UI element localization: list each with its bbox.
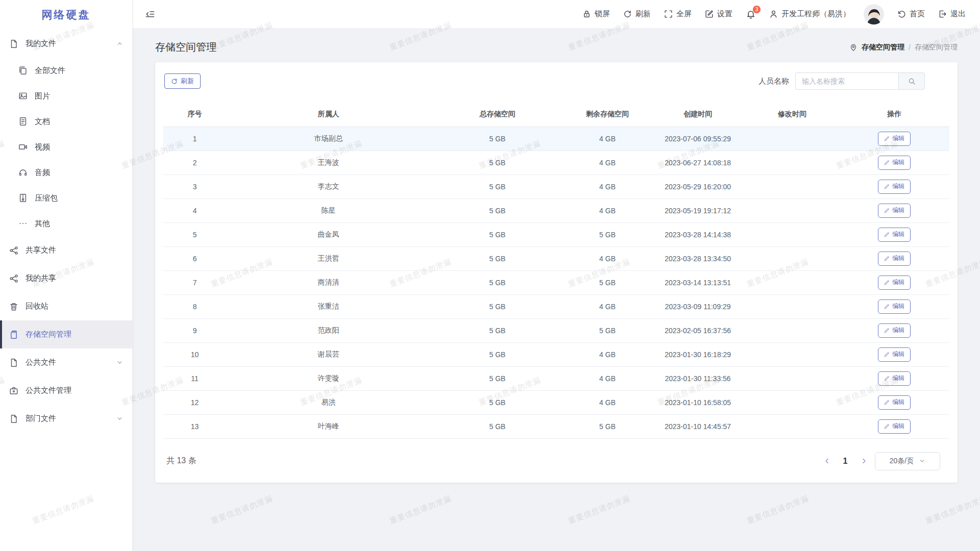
edit-button[interactable]: 编辑 [878,371,911,386]
table-row-3: 3李志文5 GB4 GB2023-05-29 16:20:00编辑 [163,174,949,198]
sidebar-item-department-files[interactable]: 部门文件 [0,405,132,433]
user-icon [769,10,778,18]
page-size-select[interactable]: 20条/页 [875,452,940,470]
main-content: 存储空间管理 存储空间管理 / 存储空间管理 刷新 人员名称 [133,0,980,483]
breadcrumb-current-bold: 存储空间管理 [862,43,904,52]
table-body: 1市场副总5 GB4 GB2023-07-06 09:55:29编辑2王海波5 … [163,127,949,438]
edit-button[interactable]: 编辑 [878,132,911,146]
cell-col-total-space: 5 GB [431,246,565,270]
cell-col-modified-time [745,174,840,198]
next-page-button[interactable] [856,454,871,468]
settings-button[interactable]: 设置 [705,9,732,19]
cell-col-index: 6 [163,246,226,270]
fullscreen-button[interactable]: 全屏 [664,9,692,19]
column-header-col-remaining-space: 剩余存储空间 [564,102,650,127]
edit-button[interactable]: 编辑 [878,204,911,218]
refresh-table-button[interactable]: 刷新 [164,73,201,89]
cell-col-created-time: 2023-05-29 16:20:00 [651,174,745,198]
avatar[interactable] [864,4,884,24]
files-icon [18,66,28,75]
sidebar-item-all-files[interactable]: 全部文件 [0,58,132,83]
column-header-col-actions: 操作 [839,102,949,127]
edit-button[interactable]: 编辑 [878,299,911,314]
cell-col-actions: 编辑 [839,198,949,222]
cell-col-index: 9 [163,318,226,342]
edit-button[interactable]: 编辑 [878,323,911,338]
share-icon [9,274,18,283]
refresh-icon [171,78,178,85]
image-icon [18,91,28,101]
sidebar-item-archives[interactable]: 压缩包 [0,185,132,211]
sidebar-item-my-files[interactable]: 我的文件 [0,30,132,58]
sidebar-item-label: 文档 [35,117,50,127]
table-row-11: 11许雯璇5 GB4 GB2023-01-30 11:33:56编辑 [163,366,949,390]
cell-col-created-time: 2023-01-10 16:58:05 [651,390,745,414]
edit-button[interactable]: 编辑 [878,180,911,194]
dots-icon [18,219,28,228]
cell-col-total-space: 5 GB [431,198,565,222]
home-button[interactable]: 首页 [897,9,925,19]
cell-col-index: 8 [163,294,226,318]
cell-col-total-space: 5 GB [431,390,565,414]
pencil-icon [884,160,890,165]
table-card: 刷新 人员名称 序号所属人总存储空间剩余存储空间创建时间修改时间操作 1市场副总… [155,62,958,483]
cell-col-remaining-space: 4 GB [564,198,650,222]
cell-col-created-time: 2023-03-28 13:34:50 [651,246,745,270]
user-role-button[interactable]: 开发工程师（易洪） [769,9,850,19]
edit-button[interactable]: 编辑 [878,419,911,434]
sidebar-item-recycle-bin[interactable]: 回收站 [0,292,132,320]
cell-col-index: 10 [163,342,226,366]
sidebar-item-audio[interactable]: 音频 [0,160,132,185]
app-logo: 网络硬盘 [0,0,132,30]
sidebar-item-storage-management[interactable]: 存储空间管理 [0,320,132,348]
prev-page-button[interactable] [820,454,834,468]
sidebar-item-others[interactable]: 其他 [0,211,132,236]
notifications-button[interactable]: 3 [746,9,756,19]
file-icon [9,414,18,423]
user-role-label: 开发工程师（易洪） [781,9,850,19]
edit-button[interactable]: 编辑 [878,395,911,410]
sidebar-item-documents[interactable]: 文档 [0,109,132,134]
edit-button[interactable]: 编辑 [878,228,911,242]
edit-button[interactable]: 编辑 [878,156,911,170]
logout-icon [938,10,947,18]
sidebar-item-images[interactable]: 图片 [0,83,132,109]
edit-button[interactable]: 编辑 [878,276,911,290]
search-label: 人员名称 [758,77,789,86]
cell-col-remaining-space: 4 GB [564,366,650,390]
watermark-text: 重要信息请勿泄漏 [567,494,631,527]
lock-screen-button[interactable]: 锁屏 [582,9,610,19]
sidebar-item-shared-files[interactable]: 共享文件 [0,236,132,264]
cell-col-owner: 李志文 [226,174,430,198]
file-icon [9,358,18,367]
sdcard-icon [9,330,18,339]
search-icon [908,78,916,85]
refresh-page-button[interactable]: 刷新 [623,9,651,19]
table-row-12: 12易洪5 GB4 GB2023-01-10 16:58:05编辑 [163,390,949,414]
cell-col-remaining-space: 4 GB [564,390,650,414]
sidebar-item-videos[interactable]: 视频 [0,134,132,160]
cell-col-actions: 编辑 [839,151,949,174]
cell-col-modified-time [745,127,840,151]
sidebar-item-public-files[interactable]: 公共文件 [0,348,132,377]
edit-button[interactable]: 编辑 [878,252,911,266]
header-actions: 锁屏刷新全屏设置 [582,9,732,19]
cell-col-created-time: 2023-03-09 11:09:29 [651,294,745,318]
page-number[interactable]: 1 [838,457,852,466]
cell-col-remaining-space: 5 GB [564,414,650,438]
sidebar-item-public-file-management[interactable]: 公共文件管理 [0,377,132,405]
home-label: 首页 [910,9,925,19]
sidebar-item-my-shares[interactable]: 我的共享 [0,264,132,292]
cell-col-total-space: 5 GB [431,222,565,246]
undo-icon [897,10,906,18]
pencil-icon [884,423,890,429]
cell-col-modified-time [745,270,840,294]
search-button[interactable] [898,72,925,90]
search-input[interactable] [795,72,898,90]
doc-icon [18,117,28,126]
logout-button[interactable]: 退出 [938,9,966,19]
chevron-left-icon [824,458,830,464]
edit-button[interactable]: 编辑 [878,347,911,362]
cell-col-owner: 曲金凤 [226,222,430,246]
menu-fold-icon[interactable] [145,9,155,19]
